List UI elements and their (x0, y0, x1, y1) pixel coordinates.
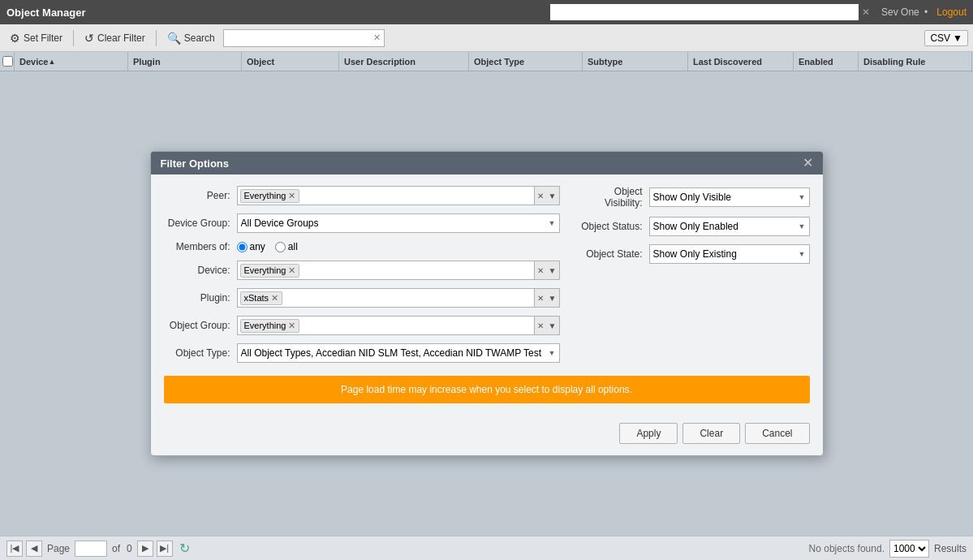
top-bar: Object Manager ✕ Sev One • Logout (0, 0, 973, 24)
cancel-button[interactable]: Cancel (745, 423, 809, 444)
members-all-label[interactable]: all (275, 241, 298, 252)
object-type-select[interactable]: All Object Types, Accedian NID SLM Test,… (237, 343, 560, 363)
modal-close-button[interactable]: ✕ (803, 157, 813, 170)
current-user: Sev One • (881, 6, 930, 18)
object-state-select[interactable]: Show Only Existing Show All Show Only De… (649, 244, 810, 264)
th-plugin[interactable]: Plugin (128, 52, 242, 71)
modal-title: Filter Options (161, 157, 230, 170)
refresh-button[interactable]: ↻ (179, 541, 190, 556)
search-input[interactable] (227, 32, 373, 44)
table-header: Device Plugin Object User Description Ob… (0, 52, 973, 71)
th-user-description[interactable]: User Description (339, 52, 469, 71)
object-group-label: Object Group: (164, 320, 237, 331)
filter-row-object-status: Object Status: Show Only Enabled Show Al… (576, 217, 810, 236)
main-content: Filter Options ✕ Peer: Eve (0, 71, 973, 536)
filter-icon: ⚙ (10, 32, 20, 45)
th-last-discovered[interactable]: Last Discovered (688, 52, 794, 71)
plugin-dropdown-btn[interactable]: ▼ (546, 288, 560, 308)
warning-bar: Page load time may increase when you sel… (164, 376, 810, 403)
object-visibility-select[interactable]: Show Only Visible Show All Show Only Hid… (649, 187, 810, 207)
device-label: Device: (164, 265, 237, 276)
th-checkbox (0, 52, 15, 71)
global-search-input[interactable] (550, 4, 859, 20)
device-clear-btn[interactable]: ✕ (535, 261, 546, 280)
prev-page-button[interactable]: ◀ (26, 541, 42, 557)
logout-button[interactable]: Logout (936, 6, 967, 18)
apply-button[interactable]: Apply (619, 423, 678, 444)
device-tag: Everything ✕ (240, 264, 300, 278)
object-visibility-label: Object Visibility: (576, 186, 649, 209)
filter-row-object-visibility: Object Visibility: Show Only Visible Sho… (576, 186, 810, 209)
modal-overlay: Filter Options ✕ Peer: Eve (0, 71, 973, 536)
members-any-label[interactable]: any (237, 241, 265, 252)
plugin-tag: xStats ✕ (240, 291, 283, 305)
members-any-radio[interactable] (237, 242, 248, 252)
set-filter-button[interactable]: ⚙ Set Filter (5, 29, 67, 47)
total-pages: 0 (127, 543, 132, 554)
top-bar-right: ✕ Sev One • Logout (550, 4, 967, 20)
device-group-select-wrap: All Device Groups (237, 213, 560, 233)
filter-row-object-state: Object State: Show Only Existing Show Al… (576, 244, 810, 264)
filter-grid: Peer: Everything ✕ ✕ ▼ (164, 186, 810, 371)
plugin-tag-remove[interactable]: ✕ (271, 293, 278, 304)
object-group-control: Everything ✕ ✕ ▼ (237, 316, 560, 335)
object-group-tag-input[interactable]: Everything ✕ (237, 316, 535, 335)
device-group-select[interactable]: All Device Groups (237, 213, 560, 233)
plugin-clear-btn[interactable]: ✕ (535, 288, 546, 308)
toolbar-separator-2 (156, 30, 157, 46)
object-group-clear-btn[interactable]: ✕ (535, 316, 546, 335)
filter-left-column: Peer: Everything ✕ ✕ ▼ (164, 186, 560, 371)
of-label: of (112, 543, 120, 554)
object-group-dropdown-btn[interactable]: ▼ (546, 316, 560, 335)
csv-button[interactable]: CSV ▼ (924, 30, 968, 46)
global-search-clear[interactable]: ✕ (862, 6, 870, 18)
csv-arrow-icon: ▼ (953, 32, 962, 44)
filter-row-device: Device: Everything ✕ ✕ ▼ (164, 261, 560, 280)
next-page-button[interactable]: ▶ (137, 541, 153, 557)
object-state-label: Object State: (576, 248, 649, 260)
device-control: Everything ✕ ✕ ▼ (237, 261, 560, 280)
first-page-button[interactable]: |◀ (6, 541, 23, 557)
device-tag-remove[interactable]: ✕ (288, 265, 295, 276)
device-group-label: Device Group: (164, 218, 237, 229)
device-dropdown-btn[interactable]: ▼ (546, 261, 560, 280)
last-page-button[interactable]: ▶| (157, 541, 173, 557)
filter-row-object-group: Object Group: Everything ✕ ✕ ▼ (164, 316, 560, 335)
peer-tag: Everything ✕ (240, 189, 300, 203)
object-status-select[interactable]: Show Only Enabled Show All Show Only Dis… (649, 217, 810, 236)
th-disabling-rule[interactable]: Disabling Rule (859, 52, 972, 71)
th-subtype[interactable]: Subtype (583, 52, 688, 71)
members-all-radio[interactable] (275, 242, 286, 252)
clear-button[interactable]: Clear (682, 423, 740, 444)
results-per-page-select[interactable]: 1000 500 250 100 (889, 540, 929, 558)
clear-filter-button[interactable]: ↺ Clear Filter (80, 29, 150, 47)
th-enabled[interactable]: Enabled (794, 52, 859, 71)
th-object[interactable]: Object (242, 52, 339, 71)
search-clear-button[interactable]: ✕ (373, 32, 381, 43)
object-state-select-wrap: Show Only Existing Show All Show Only De… (649, 244, 810, 264)
page-number-input[interactable]: 0 (75, 541, 107, 557)
peer-dropdown-btn[interactable]: ▼ (546, 186, 560, 205)
plugin-tag-input[interactable]: xStats ✕ (237, 288, 535, 308)
bottom-right: No objects found. 1000 500 250 100 Resul… (809, 540, 967, 558)
plugin-control: xStats ✕ ✕ ▼ (237, 288, 560, 308)
object-group-tag-remove[interactable]: ✕ (288, 321, 295, 331)
peer-tag-remove[interactable]: ✕ (288, 191, 295, 201)
filter-row-members-of: Members of: any all (164, 241, 560, 252)
peer-clear-btn[interactable]: ✕ (535, 186, 546, 205)
th-object-type[interactable]: Object Type (469, 52, 583, 71)
search-icon: 🔍 (167, 32, 181, 45)
plugin-label: Plugin: (164, 292, 237, 304)
th-device[interactable]: Device (15, 52, 128, 71)
bottom-bar: |◀ ◀ Page 0 of 0 ▶ ▶| ↻ No objects found… (0, 536, 973, 560)
filter-row-device-group: Device Group: All Device Groups (164, 213, 560, 233)
search-button[interactable]: 🔍 Search (162, 29, 220, 47)
no-objects-label: No objects found. (809, 543, 885, 554)
device-tag-input[interactable]: Everything ✕ (237, 261, 535, 280)
select-all-checkbox[interactable] (2, 56, 13, 67)
toolbar-right: CSV ▼ (924, 30, 968, 46)
csv-label: CSV (930, 32, 950, 44)
filter-options-modal: Filter Options ✕ Peer: Eve (150, 151, 824, 456)
peer-control: Everything ✕ ✕ ▼ (237, 186, 560, 205)
peer-tag-input[interactable]: Everything ✕ (237, 186, 535, 205)
